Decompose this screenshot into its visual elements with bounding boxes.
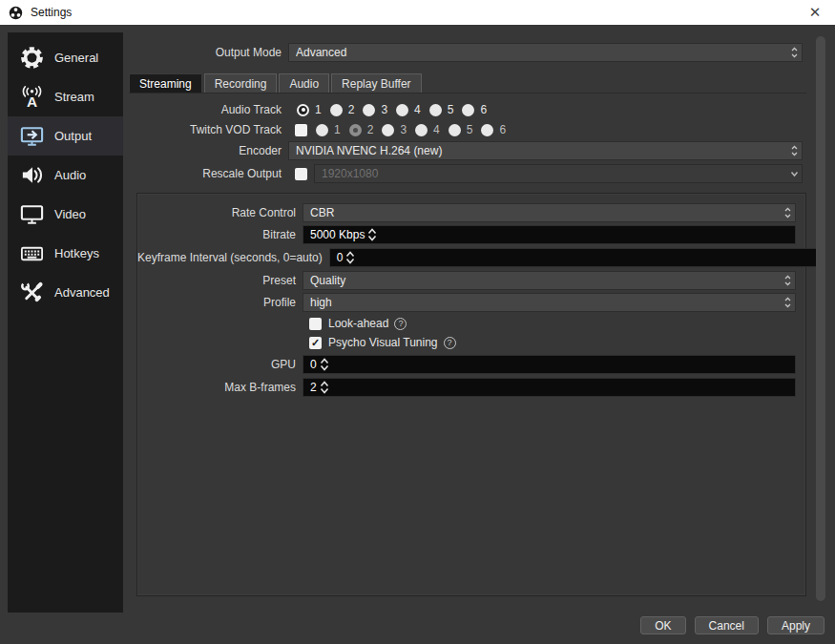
tab-recording[interactable]: Recording [204, 73, 278, 93]
broadcast-icon: A [17, 84, 46, 110]
track-radio-5[interactable] [429, 104, 442, 116]
encoder-settings-groupbox: Rate Control CBR Bitrate 5000 Kbps Keyfr… [136, 193, 806, 596]
track-radio-4[interactable] [415, 124, 428, 136]
psycho-visual-tuning-label: Psycho Visual Tuning [328, 336, 438, 349]
rescale-output-row: Rescale Output 1920x1080 [129, 164, 803, 183]
sidebar-item-label: General [54, 51, 98, 65]
spinner-updown-icon[interactable] [317, 380, 332, 395]
track-radio-6[interactable] [462, 104, 474, 116]
sidebar-item-stream[interactable]: A Stream [8, 77, 123, 116]
output-mode-select[interactable]: Advanced [288, 43, 803, 62]
chevron-updown-icon[interactable] [780, 273, 795, 288]
encoder-row: Encoder NVIDIA NVENC H.264 (new) [129, 141, 803, 160]
track-radio-1[interactable] [297, 104, 309, 116]
keyframe-interval-input[interactable]: 0 [329, 248, 823, 267]
bitrate-input[interactable]: 5000 Kbps [303, 225, 796, 244]
audio-track-row: Audio Track 123456 [129, 102, 803, 117]
max-bframes-input[interactable]: 2 [303, 378, 796, 397]
encoder-value: NVIDIA NVENC H.264 (new) [296, 144, 786, 157]
output-mode-row: Output Mode Advanced [129, 43, 803, 62]
audio-track-radio-group: 123456 [288, 102, 803, 117]
rate-control-row: Rate Control CBR [137, 203, 796, 222]
track-radio-2[interactable] [330, 104, 343, 116]
profile-row: Profile high [137, 293, 796, 312]
profile-select[interactable]: high [303, 293, 796, 312]
spinner-updown-icon[interactable] [317, 357, 332, 372]
bitrate-value: 5000 Kbps [310, 228, 365, 241]
window-title: Settings [31, 6, 72, 19]
track-radio-3[interactable] [363, 104, 375, 116]
vod-track-checkbox[interactable] [295, 124, 307, 136]
gpu-input[interactable]: 0 [303, 355, 796, 374]
vertical-scrollbar[interactable] [816, 36, 825, 601]
track-radio-3[interactable] [382, 124, 394, 136]
sidebar-item-advanced[interactable]: Advanced [8, 273, 123, 312]
track-radio-2[interactable] [349, 124, 362, 136]
track-radio-4[interactable] [396, 104, 408, 116]
tab-replay-buffer[interactable]: Replay Buffer [331, 73, 422, 93]
dialog-footer: OK Cancel Apply [640, 616, 825, 634]
preset-value: Quality [310, 274, 780, 287]
chevron-down-icon [786, 166, 802, 181]
chevron-updown-icon[interactable] [786, 143, 802, 158]
settings-nav-sidebar: General A Stream Output [8, 32, 123, 613]
speaker-icon [17, 162, 46, 188]
sidebar-item-label: Output [54, 129, 92, 143]
help-icon[interactable]: ? [444, 337, 456, 349]
output-mode-label: Output Mode [129, 46, 288, 59]
titlebar: Settings ✕ [0, 0, 835, 25]
sidebar-item-label: Hotkeys [54, 246, 99, 260]
close-icon[interactable]: ✕ [795, 0, 835, 25]
apply-button[interactable]: Apply [767, 616, 825, 634]
keyboard-icon [17, 240, 46, 266]
encoder-select[interactable]: NVIDIA NVENC H.264 (new) [288, 141, 803, 160]
help-icon[interactable]: ? [394, 318, 407, 330]
vod-track-row: Twitch VOD Track 123456 [129, 122, 803, 137]
tab-divider [129, 93, 806, 93]
monitor-arrow-icon [17, 123, 46, 149]
lookahead-checkbox[interactable] [309, 318, 322, 330]
rescale-output-label: Rescale Output [129, 167, 288, 180]
track-radio-label: 3 [381, 103, 387, 116]
track-radio-label: 6 [480, 103, 487, 116]
tab-streaming[interactable]: Streaming [129, 73, 202, 93]
sidebar-item-label: Video [54, 207, 86, 221]
sidebar-item-output[interactable]: Output [8, 116, 123, 156]
track-radio-label: 3 [400, 123, 407, 136]
sidebar-item-audio[interactable]: Audio [8, 156, 123, 195]
vod-track-label: Twitch VOD Track [129, 123, 288, 136]
chevron-updown-icon[interactable] [780, 205, 795, 220]
chevron-updown-icon[interactable] [786, 45, 802, 60]
tab-audio[interactable]: Audio [279, 73, 329, 93]
rate-control-select[interactable]: CBR [303, 203, 796, 222]
chevron-updown-icon[interactable] [780, 295, 795, 310]
lookahead-label: Look-ahead [328, 317, 388, 330]
ok-button[interactable]: OK [640, 616, 685, 634]
track-radio-label: 1 [334, 123, 341, 136]
sidebar-item-label: Stream [54, 90, 94, 104]
profile-label: Profile [137, 296, 303, 309]
lookahead-row: Look-ahead ? [137, 316, 796, 331]
gpu-row: GPU 0 [137, 355, 796, 374]
track-radio-5[interactable] [449, 124, 461, 136]
track-radio-1[interactable] [316, 124, 328, 136]
spinner-updown-icon[interactable] [365, 227, 380, 242]
psycho-visual-tuning-checkbox[interactable] [309, 337, 322, 349]
track-radio-label: 2 [348, 103, 355, 116]
sidebar-item-hotkeys[interactable]: Hotkeys [8, 234, 123, 273]
track-radio-6[interactable] [481, 124, 493, 136]
cancel-button[interactable]: Cancel [695, 616, 759, 634]
rate-control-value: CBR [310, 206, 780, 219]
max-bframes-row: Max B-frames 2 [137, 378, 796, 397]
rescale-resolution-value: 1920x1080 [322, 167, 786, 180]
sidebar-item-video[interactable]: Video [8, 195, 123, 234]
gear-icon [17, 45, 46, 71]
output-tabs: Streaming Recording Audio Replay Buffer [129, 73, 422, 93]
rescale-output-checkbox[interactable] [295, 168, 307, 180]
preset-select[interactable]: Quality [303, 271, 796, 290]
sidebar-item-general[interactable]: General [8, 38, 123, 77]
preset-row: Preset Quality [137, 271, 796, 290]
track-radio-label: 4 [414, 103, 421, 116]
tools-icon [17, 280, 46, 305]
spinner-updown-icon[interactable] [343, 250, 358, 265]
